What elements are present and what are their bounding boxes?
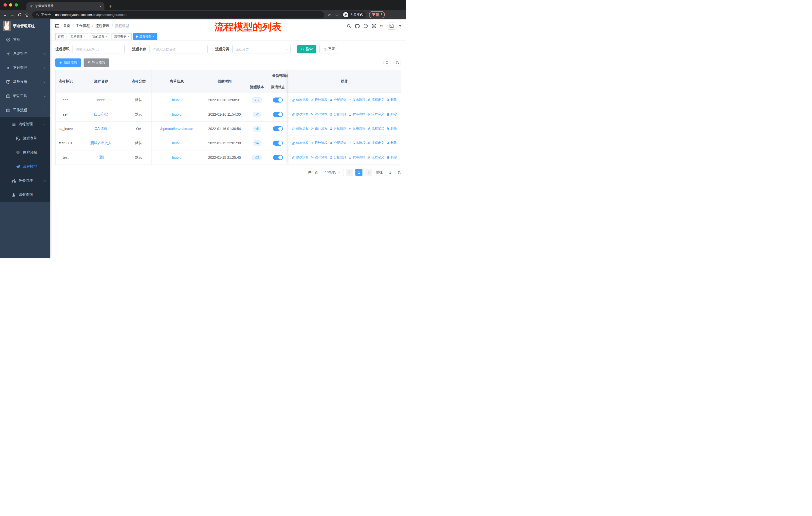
breadcrumb-workflow[interactable]: 工作流程 — [76, 24, 90, 28]
tag-home[interactable]: 首页 — [55, 33, 66, 40]
forward-button[interactable]: → — [10, 12, 14, 17]
process-name-input[interactable] — [149, 45, 208, 53]
assign-rule-link[interactable]: 分配规则 — [329, 98, 346, 102]
close-window-button[interactable] — [3, 3, 7, 6]
publish-process-link[interactable]: 发布流程 — [348, 155, 365, 160]
breadcrumb-process-mgmt[interactable]: 流程管理 — [95, 24, 110, 28]
sidebar-item-task-mgmt[interactable]: 任务管理 — [0, 173, 50, 188]
publish-process-link[interactable]: 发布流程 — [348, 141, 365, 145]
process-name-link[interactable]: eeee — [97, 98, 105, 102]
next-page-button[interactable] — [365, 169, 372, 176]
sidebar-item-devtools[interactable]: 研发工具 — [0, 89, 50, 103]
sidebar-item-process-mgmt[interactable]: 流程管理 — [0, 117, 50, 131]
delete-process-link[interactable]: 删除 — [386, 98, 397, 102]
active-toggle[interactable] — [273, 141, 283, 146]
assign-rule-link[interactable]: 分配规则 — [329, 155, 346, 160]
sidebar-item-payment[interactable]: ¥ 支付管理 — [0, 61, 50, 75]
process-id-input[interactable] — [72, 45, 124, 53]
form-link[interactable]: biubiu — [172, 112, 181, 116]
edit-process-link[interactable]: 修改流程 — [292, 98, 309, 102]
avatar-caret-icon[interactable] — [399, 25, 402, 27]
assign-rule-link[interactable]: 分配规则 — [329, 141, 346, 145]
tag-close-icon[interactable]: × — [153, 35, 154, 38]
sidebar-item-workflow[interactable]: 工作流程 — [0, 103, 50, 117]
tag-process-form[interactable]: 流程表单× — [112, 33, 132, 40]
close-tab-icon[interactable]: × — [99, 4, 102, 8]
sidebar-item-infra[interactable]: 基础设施 — [0, 75, 50, 89]
page-size-select[interactable]: 10条/页 — [321, 169, 344, 176]
process-name-link[interactable]: 自己审批 — [94, 112, 108, 116]
avatar[interactable] — [388, 22, 395, 30]
edit-process-link[interactable]: 修改流程 — [292, 155, 309, 160]
process-name-link[interactable]: OA 请假 — [94, 127, 107, 131]
process-definition-link[interactable]: 流程定义 — [367, 98, 384, 102]
delete-process-link[interactable]: 删除 — [386, 112, 397, 116]
new-tab-button[interactable]: + — [109, 2, 112, 10]
process-definition-link[interactable]: 流程定义 — [367, 155, 384, 160]
tag-close-icon[interactable]: × — [106, 35, 107, 38]
sidebar-collapse-icon[interactable] — [54, 24, 59, 28]
process-category-select[interactable] — [232, 45, 291, 53]
design-process-link[interactable]: 设计流程 — [311, 98, 327, 102]
password-key-icon[interactable] — [327, 12, 332, 17]
breadcrumb-home[interactable]: 首页 — [63, 24, 70, 28]
design-process-link[interactable]: 设计流程 — [311, 141, 327, 145]
process-definition-link[interactable]: 流程定义 — [367, 127, 384, 131]
form-link[interactable]: biubiu — [172, 156, 181, 160]
help-icon[interactable] — [364, 24, 368, 28]
hide-search-button[interactable] — [383, 59, 391, 66]
assign-rule-link[interactable]: 分配规则 — [329, 112, 346, 116]
create-process-button[interactable]: 新建流程 — [55, 58, 81, 67]
goto-page-input[interactable] — [385, 169, 396, 176]
font-size-icon[interactable]: тT — [380, 24, 384, 28]
design-process-link[interactable]: 设计流程 — [311, 127, 327, 131]
zoom-window-button[interactable] — [14, 3, 18, 6]
delete-process-link[interactable]: 删除 — [386, 127, 397, 131]
delete-process-link[interactable]: 删除 — [386, 141, 397, 145]
sidebar-item-process-form[interactable]: 流程表单 — [0, 131, 50, 145]
design-process-link[interactable]: 设计流程 — [311, 155, 327, 160]
publish-process-link[interactable]: 发布流程 — [348, 112, 365, 116]
form-link[interactable]: biubiu — [172, 98, 181, 102]
search-button[interactable]: 搜索 — [297, 45, 316, 53]
delete-process-link[interactable]: 删除 — [386, 155, 397, 160]
process-definition-link[interactable]: 流程定义 — [367, 141, 384, 145]
reload-button[interactable] — [18, 13, 22, 17]
tag-my-process[interactable]: 我的流程× — [90, 33, 110, 40]
prev-page-button[interactable] — [346, 169, 353, 176]
process-category-value[interactable] — [232, 45, 291, 53]
active-toggle[interactable] — [273, 126, 283, 131]
tag-close-icon[interactable]: × — [127, 35, 129, 38]
github-icon[interactable] — [355, 24, 360, 28]
active-toggle[interactable] — [273, 112, 283, 117]
edit-process-link[interactable]: 修改流程 — [292, 112, 309, 116]
edit-process-link[interactable]: 修改流程 — [292, 141, 309, 145]
sidebar-item-home[interactable]: 首页 — [0, 32, 50, 47]
sidebar-item-system[interactable]: 系统管理 — [0, 47, 50, 61]
search-icon[interactable] — [347, 24, 351, 28]
publish-process-link[interactable]: 发布流程 — [348, 127, 365, 131]
process-name-link[interactable]: 滔博 — [97, 155, 105, 159]
process-definition-link[interactable]: 流程定义 — [367, 112, 384, 116]
browser-menu-icon[interactable] — [381, 13, 382, 17]
bookmark-star-icon[interactable]: ☆ — [335, 12, 339, 18]
form-link[interactable]: biubiu — [172, 141, 181, 145]
address-bar[interactable]: 不安全 dashboard.yudao.iocoder.cn/bpm/manag… — [32, 11, 324, 19]
back-button[interactable]: ← — [3, 12, 7, 17]
refresh-table-button[interactable] — [394, 59, 401, 66]
assign-rule-link[interactable]: 分配规则 — [329, 127, 346, 131]
fullscreen-icon[interactable] — [372, 24, 376, 28]
sidebar-item-leave-query[interactable]: 请假查询 — [0, 188, 50, 202]
tag-close-icon[interactable]: × — [84, 35, 86, 38]
tag-tenant[interactable]: 租户管理× — [68, 33, 88, 40]
reset-button[interactable]: 重置 — [319, 45, 339, 53]
browser-tab[interactable]: 芋道管理系统 × — [26, 2, 105, 10]
process-name-link[interactable]: 测试多审批人 — [90, 141, 112, 145]
sidebar-item-user-group[interactable]: 用户分组 — [0, 145, 50, 160]
active-toggle[interactable] — [273, 155, 283, 160]
edit-process-link[interactable]: 修改流程 — [292, 127, 309, 131]
tag-process-model[interactable]: 流程模型× — [133, 33, 157, 40]
current-page-button[interactable]: 1 — [355, 169, 362, 176]
import-process-button[interactable]: 导入流程 — [84, 58, 109, 67]
home-button[interactable] — [25, 13, 29, 17]
